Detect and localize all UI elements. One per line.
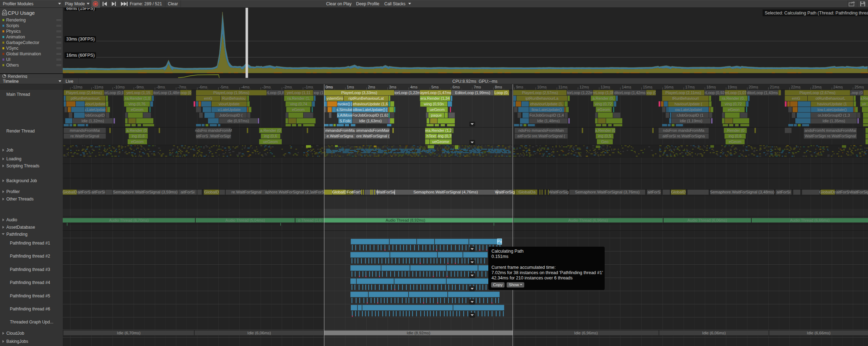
svg-text:itorLoop (1,22m: itorLoop (1,22m bbox=[566, 91, 593, 95]
svg-text:9ms: 9ms bbox=[516, 85, 524, 89]
svg-text:a.Render (0: a.Render (0 bbox=[126, 128, 147, 132]
svg-text:v.LateUpdate: v.LateUpdate bbox=[218, 107, 241, 112]
svg-text:-8ms: -8ms bbox=[157, 85, 165, 89]
svg-text:Pa: Pa bbox=[497, 239, 502, 243]
svg-text:PlayerLoop (2,44ms): PlayerLoop (2,44ms) bbox=[66, 91, 102, 95]
svg-text:ing (0,6: ing (0,6 bbox=[264, 134, 277, 138]
svg-text:PlayerLoop (2,11ms): PlayerLoop (2,11ms) bbox=[665, 91, 701, 95]
svg-text:llow.LateUpdate(): llow.LateUpdate() bbox=[532, 107, 562, 112]
svg-text:-9ms: -9ms bbox=[135, 85, 144, 89]
svg-text:ndsFro mmandsFromMain: ndsFro mmandsFromMain bbox=[519, 128, 564, 132]
svg-text:aitForSi: aitForSi bbox=[91, 190, 105, 194]
svg-text:emG: emG bbox=[204, 96, 213, 100]
svg-text:eGeon: eGeon bbox=[728, 107, 739, 112]
svg-text:Audio Thread (5,04ms): Audio Thread (5,04ms) bbox=[225, 218, 265, 222]
svg-text:0ms: 0ms bbox=[326, 85, 333, 89]
svg-text:aitForS: aitForS bbox=[836, 190, 849, 194]
svg-text:aitForS .WaitForSign: aitForS .WaitForSign bbox=[196, 134, 232, 138]
svg-text:Audio Thread (8,92ms): Audio Thread (8,92ms) bbox=[386, 218, 425, 222]
svg-text:ForJobGroupID (1,63: ForJobGroupID (1,63 bbox=[352, 113, 389, 117]
svg-text:eGeom: eGeom bbox=[729, 140, 741, 144]
svg-text:Idle (1,63ms): Idle (1,63ms) bbox=[359, 119, 381, 123]
svg-text:7ms: 7ms bbox=[474, 85, 481, 89]
svg-text:11ms: 11ms bbox=[558, 85, 568, 89]
svg-text:-3ms: -3ms bbox=[262, 85, 271, 89]
svg-text:WaitForSig: WaitForSig bbox=[495, 190, 515, 194]
svg-text:emG: emG bbox=[792, 96, 800, 100]
svg-text:14ms: 14ms bbox=[622, 85, 631, 89]
svg-text:e.WaitForSigna: e.WaitForSigna bbox=[326, 134, 353, 138]
svg-text:ueGeome: ueGeome bbox=[432, 140, 449, 144]
svg-text:era.Render (1,34: era.Render (1,34 bbox=[420, 96, 450, 100]
svg-text:rLoop (0,8: rLoop (0,8 bbox=[267, 91, 284, 95]
svg-text:ving (0,76: ving (0,76 bbox=[128, 102, 145, 106]
svg-text:25ms: 25ms bbox=[855, 85, 864, 89]
svg-text:ptRunBehaviourL: ptRunBehaviourL bbox=[71, 96, 100, 100]
svg-text:GlobalD: GlobalD bbox=[671, 190, 686, 194]
svg-text:hText: hText bbox=[427, 134, 436, 138]
svg-text:Idle (1,48ms): Idle (1,48ms) bbox=[537, 119, 560, 123]
svg-text:layerLoop (1,47ms: layerLoop (1,47ms bbox=[420, 91, 452, 95]
svg-text:5ms: 5ms bbox=[432, 85, 439, 89]
svg-text:Audio Thread (6,70ms): Audio Thread (6,70ms) bbox=[109, 218, 148, 222]
svg-text:18ms: 18ms bbox=[707, 85, 716, 89]
svg-text:PlayerLoop (2,67ms): PlayerLoop (2,67ms) bbox=[799, 91, 835, 95]
svg-text:aitForS: aitForS bbox=[311, 190, 324, 194]
svg-text:Audio Thread (6,96ms): Audio Thread (6,96ms) bbox=[568, 218, 608, 222]
svg-text:Semaphore.WaitForSignal (3,59m: Semaphore.WaitForSignal (3,59ms) bbox=[113, 190, 177, 194]
svg-text:GlobalD: GlobalD bbox=[332, 190, 347, 194]
svg-text:tRunBehaviourl: tRunBehaviourl bbox=[672, 96, 698, 100]
svg-text:GlobalDa: GlobalDa bbox=[819, 190, 837, 194]
svg-text:-5ms: -5ms bbox=[220, 85, 229, 89]
svg-text:ueGeom: ueGeom bbox=[430, 107, 445, 112]
svg-text:ving (0,72: ving (0,72 bbox=[595, 102, 612, 106]
svg-text:1ms: 1ms bbox=[347, 85, 354, 89]
svg-text:hore.WaitForSignal (1: hore.WaitForSignal (1 bbox=[354, 134, 392, 138]
svg-text:-7ms: -7ms bbox=[178, 85, 187, 89]
svg-text:ow.LateUpdate(): ow.LateUpdate() bbox=[81, 107, 110, 112]
svg-text:re.WaitForSignal: re.WaitForSignal bbox=[71, 134, 99, 138]
svg-text:yerLoop (1,15: yerLoop (1,15 bbox=[127, 91, 151, 95]
svg-text:a.Render (0: a.Render (0 bbox=[595, 128, 615, 132]
svg-text:aitForS: aitForS bbox=[78, 190, 91, 194]
svg-text:8ms: 8ms bbox=[495, 85, 502, 89]
svg-text:66ms (15FPS): 66ms (15FPS) bbox=[66, 8, 95, 11]
svg-text:15ms: 15ms bbox=[643, 85, 653, 89]
svg-text:-4ms: -4ms bbox=[241, 85, 250, 89]
svg-text:ra.Render (1,: ra.Render (1, bbox=[287, 96, 310, 100]
svg-text:CPU: CPU bbox=[2, 13, 7, 15]
svg-text:haviourUpdate (: haviourUpdate ( bbox=[674, 102, 702, 106]
svg-text:Loop (0,: Loop (0, bbox=[850, 91, 864, 95]
svg-text:ndsFro mandsFromM: ndsFro mandsFromM bbox=[195, 128, 232, 132]
svg-text:ing (0,6: ing (0,6 bbox=[729, 134, 742, 138]
svg-text:a.Render (0: a.Render (0 bbox=[260, 128, 281, 132]
svg-text:-6ms: -6ms bbox=[199, 85, 208, 89]
svg-text:s.Simulat: s.Simulat bbox=[336, 107, 352, 112]
svg-text:re.WaitForSignal: re.WaitForSignal bbox=[231, 190, 261, 194]
svg-text:ystemGro: ystemGro bbox=[326, 96, 343, 100]
svg-text:10ms: 10ms bbox=[537, 85, 547, 89]
svg-text:Idle (6,66ms): Idle (6,66ms) bbox=[807, 331, 830, 335]
svg-text:mmandsFromMa: mmandsFromMa bbox=[325, 128, 355, 132]
svg-text:oop (0: oop (0 bbox=[180, 91, 191, 95]
svg-text:Semaphore.WaitForSignal (3,76m: Semaphore.WaitForSignal (3,76ms) bbox=[575, 190, 640, 194]
svg-text:23ms: 23ms bbox=[812, 85, 822, 89]
svg-text:oop (0: oop (0 bbox=[646, 91, 656, 95]
svg-text:ing (0,5: ing (0,5 bbox=[598, 134, 611, 138]
svg-text:17ms: 17ms bbox=[685, 85, 695, 89]
svg-text:.Render (0: .Render (0 bbox=[726, 128, 745, 132]
svg-text:o Thread (1,0: o Thread (1,0 bbox=[298, 218, 322, 222]
svg-text:24ms: 24ms bbox=[833, 85, 843, 89]
svg-text:haviourUpdate (1: haviourUpdate (1 bbox=[817, 102, 847, 106]
svg-text:WaitForSign re.WaitForSignal: WaitForSign re.WaitForSignal bbox=[805, 134, 856, 138]
svg-text:ditorLoop (1,42ms: ditorLoop (1,42ms bbox=[614, 91, 646, 95]
svg-text:wing (0,93n: wing (0,93n bbox=[423, 102, 444, 106]
svg-text:ow.LateUpdatel: ow.LateUpdatel bbox=[675, 107, 702, 112]
svg-text:ehaviourUpdate (1,6: ehaviourUpdate (1,6 bbox=[353, 102, 388, 106]
svg-text:otRunBehaviourL: otRunBehaviourL bbox=[815, 96, 845, 100]
svg-text:Idle (1,35ms): Idle (1,35ms) bbox=[823, 119, 845, 123]
svg-text:Idle (6,96ms): Idle (6,96ms) bbox=[574, 331, 598, 335]
svg-text:aitForSi re.WaitForSigna: aitForSi re.WaitForSigna bbox=[662, 134, 705, 138]
svg-text:andsFromN mmandsFromMai: andsFromN mmandsFromMai bbox=[805, 128, 856, 132]
svg-text:Geo: Geo bbox=[601, 140, 609, 144]
